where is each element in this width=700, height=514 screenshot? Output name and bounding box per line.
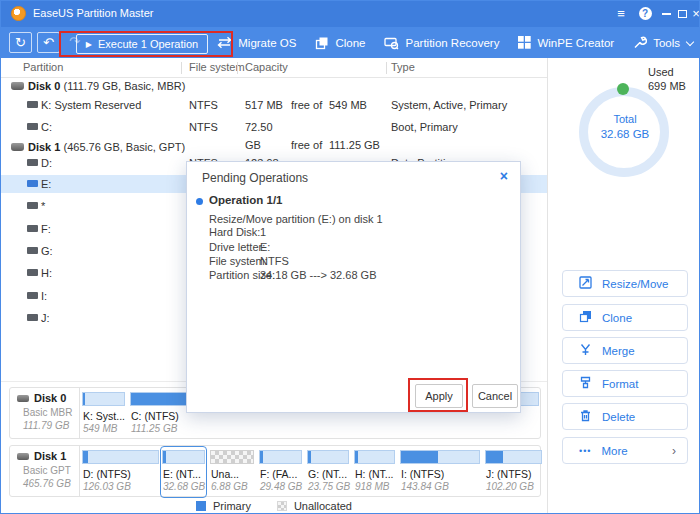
partition-label: K: Syst...	[83, 410, 125, 422]
delete-button[interactable]: Delete	[562, 403, 688, 430]
close-button[interactable]: ×	[688, 5, 700, 22]
execute-operation-label: Execute 1 Operation	[98, 38, 198, 50]
column-header-partition[interactable]: Partition	[23, 61, 63, 73]
partition-recovery-button[interactable]: Partition Recovery	[384, 36, 499, 50]
partition-recovery-label: Partition Recovery	[405, 37, 499, 49]
partition-cell-g[interactable]: G: (NT... 23.75 GB	[307, 448, 349, 496]
column-header-type[interactable]: Type	[391, 61, 415, 73]
column-header-capacity[interactable]: Capacity	[245, 61, 288, 73]
clone-icon	[579, 310, 592, 325]
delete-icon	[579, 409, 592, 424]
partition-recovery-icon	[384, 36, 399, 50]
file-system-value: NTFS	[189, 96, 218, 114]
field-label: Drive letter:	[209, 241, 265, 253]
disk-icon	[11, 82, 24, 90]
clone-side-button[interactable]: Clone	[562, 304, 688, 331]
toolbar: ↻ ↶ ↷ ▶Execute 1 Operation Migrate OS Cl…	[1, 27, 700, 58]
more-label: More	[601, 445, 627, 457]
legend: Primary Unallocated	[1, 500, 547, 512]
format-label: Format	[602, 378, 638, 390]
operation-bullet-icon	[196, 198, 203, 205]
field-label: File system:	[209, 255, 268, 267]
execute-operation-button[interactable]: ▶Execute 1 Operation	[76, 34, 208, 54]
operation-title: Operation 1/1	[209, 194, 283, 206]
table-header: Partition File system Capacity Type	[1, 58, 547, 78]
partition-cell-unallocated[interactable]: Una... 6.88 GB	[210, 448, 254, 496]
disk0-name: Disk 0	[34, 392, 66, 404]
clone-button[interactable]: Clone	[315, 36, 365, 50]
partition-bar	[82, 392, 125, 406]
partition-name: F:	[41, 220, 51, 238]
apply-button[interactable]: Apply	[415, 384, 463, 408]
partition-name: D:	[41, 154, 52, 172]
disk-icon	[17, 395, 29, 402]
partition-label: J: (NTFS)	[486, 468, 532, 480]
help-icon[interactable]: ?	[637, 5, 653, 22]
type-value: System, Active, Primary	[391, 96, 507, 114]
partition-cell-i[interactable]: I: (NTFS) 143.84 GB	[400, 448, 480, 496]
field-label: Hard Disk:	[209, 226, 260, 238]
partition-name: G:	[41, 242, 53, 260]
dialog-close-icon[interactable]: ×	[500, 169, 508, 183]
merge-button[interactable]: Merge	[562, 337, 688, 364]
partition-cell-d[interactable]: D: (NTFS) 126.03 GB	[82, 448, 159, 496]
legend-primary-label: Primary	[213, 500, 251, 512]
toolbar-actions: Migrate OS Clone Partition Recovery WinP…	[217, 27, 693, 58]
partition-icon	[27, 247, 38, 254]
disk1-info-cell[interactable]: Disk 1 Basic GPT 465.76 GB	[10, 446, 80, 496]
partition-cell-k[interactable]: K: Syst... 549 MB	[82, 390, 125, 438]
partition-size: 918 MB	[355, 481, 389, 492]
minimize-button[interactable]	[658, 5, 674, 22]
format-button[interactable]: Format	[562, 370, 688, 397]
pending-operations-dialog: Pending Operations × Operation 1/1 Resiz…	[186, 161, 521, 413]
more-button[interactable]: ••• More ›	[562, 437, 688, 464]
disk0-group-row[interactable]: Disk 0 (111.79 GB, Basic, MBR)	[1, 77, 547, 95]
partition-size: 111.25 GB	[131, 423, 177, 434]
partition-cell-f[interactable]: F: (FA... 29.48 GB	[259, 448, 302, 496]
migrate-os-button[interactable]: Migrate OS	[217, 36, 296, 49]
partition-name: *	[41, 197, 45, 215]
partition-label: G: (NT...	[308, 468, 347, 480]
refresh-button[interactable]: ↻	[9, 32, 32, 53]
partition-size: 126.03 GB	[83, 481, 131, 492]
partition-icon	[27, 180, 38, 187]
feedback-list-icon[interactable]: ≡	[613, 5, 629, 22]
unallocated-bar	[210, 450, 254, 464]
partition-icon	[27, 314, 38, 321]
easeus-logo-icon	[11, 6, 26, 21]
clone-side-label: Clone	[602, 312, 632, 324]
title-bar: EaseUS Partition Master ≡ ? ×	[1, 1, 700, 27]
partition-cell-h[interactable]: H: (NT... 918 MB	[354, 448, 395, 496]
partition-label: F: (FA...	[260, 468, 297, 480]
partition-cell-e-selected[interactable]: E: (NT... 32.68 GB	[162, 448, 205, 496]
disk1-name: Disk 1	[34, 450, 66, 462]
disk0-info: (111.79 GB, Basic, MBR)	[63, 80, 185, 92]
clone-icon	[315, 36, 329, 50]
used-space-dot	[617, 83, 629, 95]
file-system-value: NTFS	[189, 118, 218, 136]
undo-button[interactable]: ↶	[37, 32, 60, 53]
winpe-creator-button[interactable]: WinPE Creator	[518, 36, 614, 49]
disk0-size: 111.79 GB	[23, 420, 69, 431]
partition-cell-j[interactable]: J: (NTFS) 102.20 GB	[485, 448, 542, 496]
partition-icon	[27, 202, 38, 209]
disk-icon	[11, 143, 24, 151]
partition-size: 102.20 GB	[486, 481, 534, 492]
disk1-info: (465.76 GB, Basic, GPT)	[63, 141, 185, 153]
resize-move-button[interactable]: Resize/Move	[562, 270, 688, 297]
partition-size: 549 MB	[83, 423, 117, 434]
used-value: 699 MB	[648, 80, 686, 92]
partition-name: C:	[41, 118, 52, 136]
table-row-k[interactable]: K: System Reserved NTFS 517 MBfree of549…	[1, 96, 547, 114]
type-value: Boot, Primary	[391, 118, 458, 136]
partition-label: H: (NT...	[355, 468, 394, 480]
partition-size: 32.68 GB	[163, 481, 205, 492]
cancel-button[interactable]: Cancel	[472, 384, 518, 408]
dialog-title: Pending Operations	[202, 171, 308, 185]
table-row-c[interactable]: C: NTFS 72.50 GBfree of111.25 GB Boot, P…	[1, 118, 547, 136]
legend-unallocated: Unallocated	[277, 500, 352, 512]
partition-name: H:	[41, 264, 52, 282]
migrate-os-icon	[217, 36, 232, 49]
tools-menu-button[interactable]: Tools	[633, 36, 693, 49]
disk0-info-cell[interactable]: Disk 0 Basic MBR 111.79 GB	[10, 388, 80, 438]
